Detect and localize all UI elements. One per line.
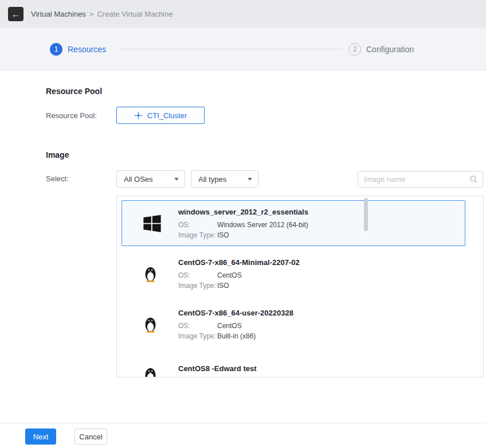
image-section-title: Image [46, 150, 69, 159]
list-scrollbar-track [364, 197, 368, 376]
os-value: CentOS [217, 322, 242, 330]
type-filter-value: All types [198, 175, 226, 184]
next-button[interactable]: Next [25, 428, 56, 445]
breadcrumb-current: Create Virtual Machine [97, 10, 173, 18]
back-arrow-icon: ← [11, 9, 20, 19]
os-label: OS: [178, 221, 217, 229]
linux-icon [137, 265, 178, 283]
step-2-label: Configuration [366, 45, 414, 54]
image-type-value: ISO [217, 231, 229, 239]
step-1-circle: 1 [50, 43, 62, 56]
image-list: windows_server_2012_r2_essentials OS: Wi… [116, 196, 484, 377]
resource-pool-selector[interactable]: CTI_Cluster [116, 107, 205, 124]
cluster-icon [134, 111, 143, 120]
list-scrollbar-thumb[interactable] [364, 198, 368, 231]
resource-pool-field-label: Resource Pool: [46, 111, 97, 120]
os-label: OS: [178, 322, 217, 330]
os-value: Windows Server 2012 (64-bit) [217, 221, 308, 229]
image-name: windows_server_2012_r2_essentials [178, 208, 465, 216]
breadcrumb: Virtual Machines > Create Virtual Machin… [31, 10, 173, 18]
image-type-value: Built-in (x86) [217, 332, 256, 340]
search-icon [469, 175, 478, 184]
breadcrumb-virtual-machines[interactable]: Virtual Machines [31, 10, 86, 18]
step-connector-line [119, 49, 343, 49]
list-item-centos-user[interactable]: CentOS-7-x86_64-user-20220328 OS: CentOS… [121, 301, 465, 347]
image-type-value: ISO [217, 282, 229, 290]
windows-icon [137, 214, 178, 233]
back-button[interactable]: ← [8, 7, 23, 21]
list-item-windows-server[interactable]: windows_server_2012_r2_essentials OS: Wi… [121, 200, 465, 246]
step-configuration[interactable]: 2 Configuration [348, 43, 414, 56]
chevron-down-icon [248, 178, 252, 181]
top-bar: ← Virtual Machines > Create Virtual Mach… [0, 0, 486, 28]
linux-icon [137, 315, 178, 333]
image-type-label: Image Type: [178, 231, 217, 239]
image-type-label: Image Type: [178, 332, 217, 340]
image-name: CentOS8 -Edward test [178, 364, 465, 373]
os-value: CentOS [217, 377, 242, 378]
os-filter-value: All OSes [124, 175, 153, 184]
wizard-stepper: 1 Resources 2 Configuration [0, 28, 486, 71]
cancel-button[interactable]: Cancel [75, 428, 107, 445]
step-resources[interactable]: 1 Resources [50, 43, 106, 56]
image-search-box [358, 171, 483, 188]
os-value: CentOS [217, 271, 242, 279]
image-search-input[interactable] [364, 175, 469, 184]
image-name: CentOS-7-x86_64-Minimal-2207-02 [178, 258, 465, 267]
image-type-label: Image Type: [178, 282, 217, 290]
os-label: OS: [178, 377, 217, 378]
list-item-centos-minimal[interactable]: CentOS-7-x86_64-Minimal-2207-02 OS: Cent… [121, 251, 465, 297]
os-filter-dropdown[interactable]: All OSes [116, 170, 185, 188]
resource-pool-value: CTI_Cluster [147, 111, 187, 120]
type-filter-dropdown[interactable]: All types [191, 170, 258, 188]
select-field-label: Select: [46, 174, 69, 183]
step-2-circle: 2 [348, 43, 361, 56]
resource-pool-section-title: Resource Pool [46, 87, 102, 96]
step-1-label: Resources [68, 45, 106, 54]
list-item-centos8-edward[interactable]: CentOS8 -Edward test OS: CentOS [121, 352, 465, 377]
footer-divider [0, 423, 486, 423]
os-label: OS: [178, 271, 217, 279]
breadcrumb-separator: > [89, 10, 94, 18]
linux-icon [137, 366, 178, 378]
image-name: CentOS-7-x86_64-user-20220328 [178, 309, 465, 317]
chevron-down-icon [174, 178, 179, 181]
